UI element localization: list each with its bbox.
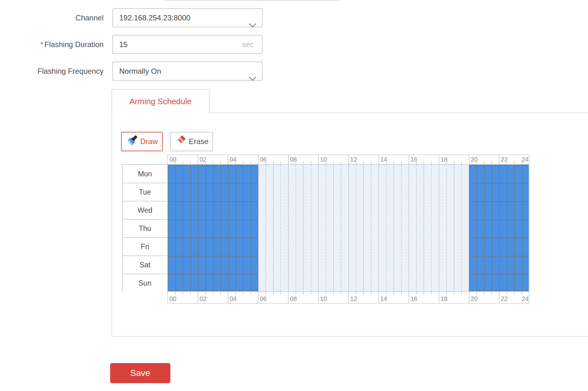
half-hour-tick — [371, 161, 372, 164]
hour-gridline — [454, 165, 454, 291]
schedule-selected-range[interactable] — [469, 165, 529, 291]
day-label-tue: Tue — [123, 183, 167, 201]
half-hour-tick — [296, 161, 296, 164]
half-hour-tick — [491, 292, 492, 295]
hour-scale: 00020406081012141618202224 — [167, 154, 529, 164]
hour-label: 10 — [320, 295, 327, 303]
half-hour-tick — [386, 161, 387, 164]
channel-select[interactable]: 192.168.254.23:8000 — [112, 8, 263, 27]
hour-gridline — [288, 165, 289, 291]
channel-row: Channel — [0, 8, 104, 27]
save-button[interactable]: Save — [110, 363, 170, 383]
flashing-frequency-value: Normally On — [119, 67, 161, 75]
tab-arming-schedule[interactable]: Arming Schedule — [111, 89, 210, 113]
half-hour-tick — [446, 292, 447, 295]
day-label-wed: Wed — [123, 201, 167, 219]
hour-label: 06 — [260, 295, 267, 303]
half-hour-tick — [356, 292, 356, 295]
flashing-duration-row: *Flashing Duration — [0, 35, 104, 54]
day-label-mon: Mon — [123, 165, 167, 183]
day-label-thu: Thu — [123, 219, 167, 238]
hour-gridline — [318, 155, 319, 164]
half-hour-tick — [341, 292, 341, 295]
half-hour-gridline — [326, 165, 326, 291]
half-hour-tick — [273, 161, 274, 164]
clipped-element-top — [163, 0, 340, 1]
half-hour-tick — [273, 292, 274, 295]
half-hour-gridline — [265, 165, 266, 291]
half-hour-tick — [250, 292, 251, 295]
half-hour-tick — [311, 292, 311, 295]
flashing-frequency-select[interactable]: Normally On — [112, 62, 263, 81]
half-hour-tick — [296, 292, 296, 295]
half-hour-tick — [424, 292, 424, 295]
chevron-down-icon — [249, 16, 256, 34]
hour-gridline — [228, 292, 228, 303]
half-hour-tick — [175, 161, 176, 164]
required-asterisk: * — [40, 40, 43, 49]
hour-gridline — [378, 292, 379, 303]
half-hour-gridline — [371, 165, 372, 291]
half-hour-gridline — [281, 165, 281, 291]
half-hour-tick — [341, 161, 341, 164]
half-hour-tick — [491, 161, 492, 164]
half-hour-gridline — [461, 165, 462, 291]
half-hour-gridline — [311, 165, 311, 291]
hour-gridline — [409, 165, 409, 291]
half-hour-tick — [326, 161, 326, 164]
hour-gridline — [469, 292, 469, 303]
draw-button-label: Draw — [140, 137, 158, 146]
half-hour-tick — [514, 161, 515, 164]
half-hour-tick — [506, 161, 507, 164]
flashing-duration-label: *Flashing Duration — [0, 35, 104, 54]
half-hour-tick — [484, 161, 484, 164]
half-hour-tick — [303, 292, 304, 295]
eraser-icon — [175, 135, 186, 148]
flashing-duration-value: 15 — [119, 40, 128, 49]
erase-button[interactable]: Erase — [170, 132, 213, 151]
erase-button-label: Erase — [189, 137, 209, 146]
hour-gridline — [198, 292, 198, 303]
day-label-sat: Sat — [123, 256, 167, 274]
half-hour-tick — [363, 161, 364, 164]
half-hour-tick — [205, 161, 206, 164]
hour-label: 08 — [290, 295, 297, 303]
flashing-duration-input[interactable]: 15 sec — [112, 35, 263, 54]
hour-label: 20 — [471, 295, 478, 303]
half-hour-gridline — [386, 165, 387, 291]
hour-gridline — [258, 155, 259, 164]
half-hour-tick — [190, 292, 191, 295]
half-hour-tick — [183, 292, 183, 295]
hour-gridline — [303, 165, 304, 291]
half-hour-tick — [363, 292, 364, 295]
draw-button[interactable]: Draw — [121, 132, 163, 151]
half-hour-tick — [521, 292, 522, 295]
hour-label: 12 — [350, 295, 357, 303]
half-hour-tick — [401, 292, 402, 295]
schedule-track[interactable] — [167, 165, 529, 291]
hour-label: 14 — [380, 295, 387, 303]
hour-label: 24 — [519, 295, 529, 303]
half-hour-tick — [393, 161, 394, 164]
hour-gridline — [409, 292, 409, 303]
hour-gridline — [273, 165, 274, 291]
half-hour-tick — [484, 292, 484, 295]
half-hour-tick — [220, 292, 221, 295]
hour-gridline — [348, 292, 349, 303]
hour-gridline — [288, 292, 289, 303]
half-hour-tick — [175, 292, 176, 295]
hour-gridline — [393, 165, 394, 291]
half-hour-gridline — [416, 165, 417, 291]
half-hour-tick — [371, 292, 372, 295]
hour-gridline — [439, 292, 439, 303]
schedule-selected-range[interactable] — [168, 165, 258, 291]
half-hour-tick — [205, 292, 206, 295]
half-hour-tick — [183, 161, 183, 164]
hour-gridline — [333, 165, 334, 291]
unit-suffix: sec — [242, 35, 254, 53]
arming-schedule-grid: 0002040608101214161820222400020406081012… — [122, 154, 529, 304]
half-hour-tick — [333, 161, 334, 164]
half-hour-tick — [431, 292, 432, 295]
panel-border-bottom — [111, 336, 588, 337]
half-hour-gridline — [341, 165, 341, 291]
